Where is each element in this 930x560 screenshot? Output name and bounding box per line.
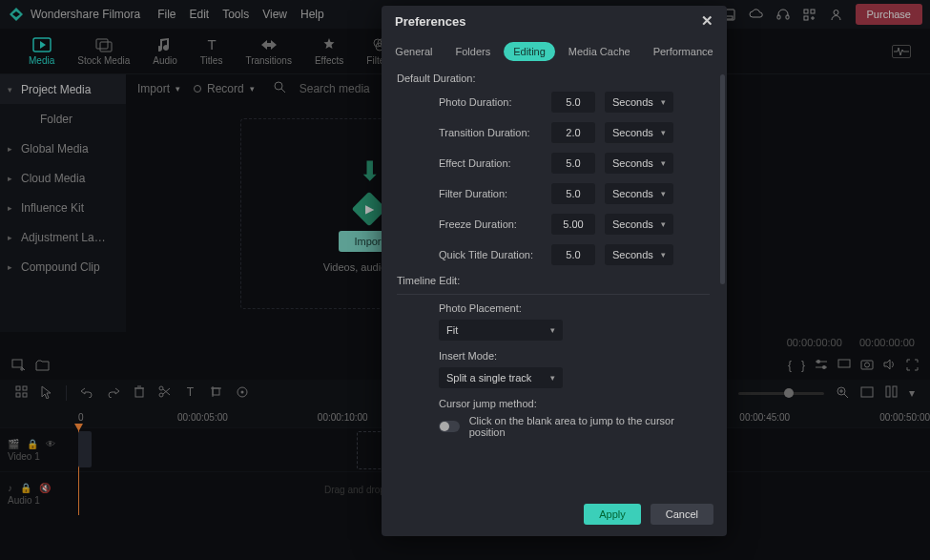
field-label: Transition Duration:: [439, 127, 542, 138]
select-value: Seconds: [612, 218, 653, 230]
field-label: Insert Mode:: [439, 350, 710, 362]
select-value: Seconds: [612, 249, 653, 260]
field-photo-placement: Photo Placement: Fit▾: [397, 302, 710, 341]
select-value: Seconds: [612, 157, 653, 169]
tab-media-cache[interactable]: Media Cache: [559, 42, 640, 61]
field-effect-duration: Effect Duration: Seconds▾: [397, 153, 710, 174]
quick-title-duration-unit-select[interactable]: Seconds▾: [605, 244, 673, 265]
dialog-title: Preferences: [395, 14, 465, 29]
toggle-label: Click on the blank area to jump to the c…: [469, 415, 710, 438]
field-cursor-jump: Cursor jump method:: [397, 398, 710, 409]
transition-duration-unit-select[interactable]: Seconds▾: [605, 122, 673, 143]
effect-duration-input[interactable]: [551, 153, 595, 174]
chevron-down-icon: ▾: [661, 128, 666, 137]
section-default-duration: Default Duration:: [397, 73, 710, 84]
photo-duration-unit-select[interactable]: Seconds▾: [605, 92, 673, 113]
effect-duration-unit-select[interactable]: Seconds▾: [605, 153, 673, 174]
cursor-jump-toggle[interactable]: [439, 421, 460, 432]
select-value: Seconds: [612, 127, 653, 138]
field-photo-duration: Photo Duration: Seconds▾: [397, 92, 710, 113]
filter-duration-unit-select[interactable]: Seconds▾: [605, 183, 673, 204]
chevron-down-icon: ▾: [661, 158, 666, 168]
field-label: Photo Placement:: [439, 302, 710, 314]
tab-editing[interactable]: Editing: [504, 42, 555, 61]
transition-duration-input[interactable]: [551, 122, 595, 143]
tab-general[interactable]: General: [385, 42, 442, 61]
chevron-down-icon: ▾: [661, 250, 666, 259]
select-value: Split a single track: [446, 372, 531, 384]
chevron-down-icon: ▾: [661, 219, 666, 229]
cursor-jump-toggle-row: Click on the blank area to jump to the c…: [397, 415, 710, 438]
photo-duration-input[interactable]: [551, 92, 595, 113]
chevron-down-icon: ▾: [661, 97, 666, 107]
close-icon[interactable]: ✕: [701, 12, 713, 30]
field-label: Effect Duration:: [439, 157, 542, 169]
chevron-down-icon: ▾: [550, 325, 555, 335]
scrollbar-thumb[interactable]: [720, 74, 725, 284]
dialog-body: Default Duration: Photo Duration: Second…: [382, 71, 727, 492]
freeze-duration-unit-select[interactable]: Seconds▾: [605, 214, 673, 235]
field-quick-title-duration: Quick Title Duration: Seconds▾: [397, 244, 710, 265]
insert-mode-select[interactable]: Split a single track▾: [439, 367, 563, 388]
chevron-down-icon: ▾: [550, 373, 555, 383]
cancel-button[interactable]: Cancel: [651, 504, 713, 525]
dialog-footer: Apply Cancel: [382, 492, 727, 536]
dialog-titlebar: Preferences ✕: [382, 6, 727, 36]
field-label: Photo Duration:: [439, 96, 542, 108]
select-value: Seconds: [612, 188, 653, 199]
freeze-duration-input[interactable]: [551, 214, 595, 235]
photo-placement-select[interactable]: Fit▾: [439, 320, 563, 341]
field-label: Cursor jump method:: [439, 398, 710, 409]
field-label: Filter Duration:: [439, 188, 542, 199]
divider: [397, 294, 710, 295]
quick-title-duration-input[interactable]: [551, 244, 595, 265]
field-transition-duration: Transition Duration: Seconds▾: [397, 122, 710, 143]
dialog-tabs: General Folders Editing Media Cache Perf…: [382, 36, 727, 71]
chevron-down-icon: ▾: [661, 189, 666, 198]
section-timeline-edit: Timeline Edit:: [397, 275, 710, 286]
apply-button[interactable]: Apply: [584, 504, 641, 525]
field-label: Freeze Duration:: [439, 218, 542, 230]
field-insert-mode: Insert Mode: Split a single track▾: [397, 350, 710, 388]
select-value: Fit: [446, 324, 458, 336]
select-value: Seconds: [612, 96, 653, 108]
filter-duration-input[interactable]: [551, 183, 595, 204]
preferences-dialog: Preferences ✕ General Folders Editing Me…: [382, 6, 727, 536]
tab-folders[interactable]: Folders: [446, 42, 501, 61]
field-freeze-duration: Freeze Duration: Seconds▾: [397, 214, 710, 235]
field-filter-duration: Filter Duration: Seconds▾: [397, 183, 710, 204]
field-label: Quick Title Duration:: [439, 249, 542, 260]
tab-performance[interactable]: Performance: [644, 42, 723, 61]
